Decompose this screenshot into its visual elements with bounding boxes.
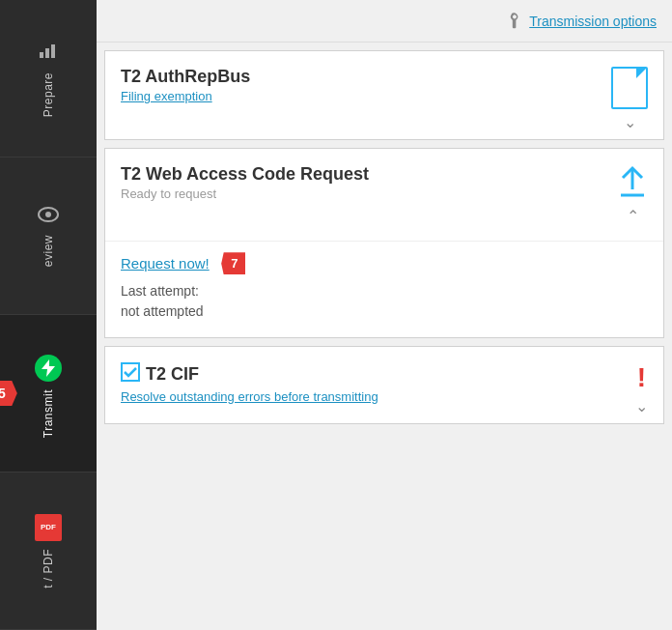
svg-marker-5 (42, 359, 55, 377)
card-2-body: Request now! 7 Last attempt: not attempt… (105, 241, 663, 337)
card-1-title-area: T2 AuthRepBus Filing exemption (121, 67, 250, 103)
card-t2-authrepbus: T2 AuthRepBus Filing exemption ⌄ (104, 50, 664, 140)
card-3-chevron-down[interactable]: ⌄ (635, 397, 648, 415)
sidebar-item-transmit-label: Transmit (42, 389, 55, 438)
callout-7: 7 (221, 252, 245, 274)
sidebar: Prepare eview 5 Transmit PDF t / PDF (0, 0, 97, 630)
request-now-link[interactable]: Request now! (121, 255, 210, 272)
document-icon (611, 67, 648, 109)
card-2-title: T2 Web Access Code Request (121, 164, 369, 185)
card-3-subtitle[interactable]: Resolve outstanding errors before transm… (121, 388, 378, 406)
upload-icon (617, 164, 648, 203)
cards-container: T2 AuthRepBus Filing exemption ⌄ 6 T2 We… (97, 43, 672, 630)
last-attempt-text: Last attempt: not attempted (121, 281, 648, 322)
card-2-title-area: T2 Web Access Code Request Ready to requ… (121, 164, 369, 201)
svg-rect-1 (45, 48, 49, 58)
callout-5: 5 (0, 381, 17, 406)
sidebar-item-prepare[interactable]: Prepare (0, 0, 97, 158)
error-exclamation-icon: ! (637, 362, 646, 393)
svg-rect-7 (122, 363, 139, 381)
card-t2-cif: T2 CIF Resolve outstanding errors before… (104, 346, 664, 424)
card-3-title: T2 CIF (146, 364, 199, 385)
card-2-icon-area: ⌃ (617, 164, 648, 225)
prepare-icon (38, 39, 59, 65)
sidebar-item-print-pdf[interactable]: PDF t / PDF (0, 472, 97, 630)
card-1-subtitle[interactable]: Filing exemption (121, 89, 250, 103)
svg-rect-0 (40, 52, 43, 58)
checkbox-icon (121, 362, 140, 387)
request-now-row: Request now! 7 (121, 242, 648, 281)
transmission-options-label: Transmission options (529, 14, 657, 29)
svg-point-4 (45, 212, 51, 217)
main-content: Transmission options T2 AuthRepBus Filin… (97, 0, 672, 630)
card-2-subtitle: Ready to request (121, 186, 369, 201)
card-1-title: T2 AuthRepBus (121, 67, 250, 87)
card-3-icon-area: ! ⌄ (635, 362, 648, 415)
last-attempt-value: not attempted (121, 303, 204, 319)
card-1-chevron-down[interactable]: ⌄ (624, 113, 636, 131)
card-2-chevron-up[interactable]: ⌃ (627, 207, 639, 225)
pdf-icon: PDF (35, 514, 62, 541)
transmission-options-link[interactable]: Transmission options (508, 12, 657, 31)
card-1-header: T2 AuthRepBus Filing exemption ⌄ (105, 51, 663, 139)
sidebar-item-prepare-label: Prepare (42, 72, 55, 117)
upload-arrow-icon (617, 164, 648, 203)
sidebar-item-transmit[interactable]: 5 Transmit (0, 315, 97, 472)
review-icon (38, 205, 59, 227)
svg-rect-2 (51, 44, 55, 58)
wrench-icon (504, 9, 528, 33)
card-1-icon-area: ⌄ (611, 67, 648, 131)
card-2-header: T2 Web Access Code Request Ready to requ… (105, 149, 663, 233)
card-3-header: T2 CIF Resolve outstanding errors before… (105, 347, 663, 423)
lightning-icon (35, 355, 62, 382)
card-3-title-area: T2 CIF Resolve outstanding errors before… (121, 362, 378, 406)
sidebar-item-print-label: t / PDF (42, 549, 55, 588)
last-attempt-label: Last attempt: (121, 283, 199, 299)
card-t2-web-access: 6 T2 Web Access Code Request Ready to re… (104, 148, 664, 338)
sidebar-item-review-label: eview (42, 235, 55, 267)
top-bar: Transmission options (97, 0, 672, 43)
sidebar-item-review[interactable]: eview (0, 158, 97, 315)
